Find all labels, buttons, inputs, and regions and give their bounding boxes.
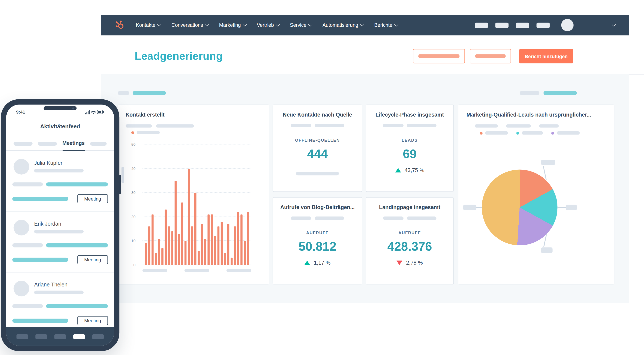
subtitle-placeholder [407,216,436,220]
metric-label: OFFLINE-QUELLEN [273,138,362,142]
bottom-nav-placeholder[interactable] [16,334,28,339]
subtitle-placeholder [407,124,436,127]
dashboard-action-placeholder[interactable] [544,91,577,95]
metric-delta: 43,75 % [366,167,453,173]
metric-value: 428.376 [366,240,453,254]
card-lifecycle: Lifecycle-Phase insgesamt LEADS 69 43,75… [366,104,454,192]
nav-item-marketing[interactable]: Marketing [219,22,246,28]
account-chevron-down-icon[interactable] [612,22,616,26]
bottom-nav-placeholder-active[interactable] [73,334,85,339]
meeting-button[interactable]: Meeting [77,316,108,325]
feed-item[interactable]: Ariane Thelen Meeting [6,272,114,327]
subtitle-placeholder [383,216,404,220]
bar [201,224,203,265]
subtitle-placeholder [314,124,344,127]
bottom-nav-placeholder[interactable] [92,334,104,339]
legend-placeholder [539,124,559,128]
metric-value: 444 [273,147,362,161]
dashboard-filter-placeholder[interactable] [133,91,166,95]
contact-name: Ariane Thelen [34,282,67,288]
metric-label: AUFRUFE [366,230,453,235]
detail-placeholder [12,182,43,186]
y-tick-label: 40 [131,166,136,170]
nav-tool-placeholder-1[interactable] [475,22,488,28]
chevron-down-icon [394,22,398,26]
bar [198,251,200,265]
bar [171,232,174,265]
pie-callout-placeholder [541,248,553,253]
nav-item-service[interactable]: Service [290,22,312,28]
avatar[interactable] [561,19,574,31]
action-row: Meeting [12,255,108,264]
detail-placeholder [34,169,84,172]
bar [194,193,196,265]
detail-placeholder [46,182,108,186]
nav-item-label: Vertrieb [257,22,274,28]
detail-placeholder [12,318,68,323]
subtitle-placeholder-row [366,216,453,220]
pie-callout-placeholder [566,204,577,210]
nav-tool-placeholder-3[interactable] [516,22,529,28]
subtitle-placeholder [314,216,344,220]
metric-delta: 2,78 % [366,260,453,266]
meeting-button[interactable]: Meeting [77,194,108,203]
bar [228,224,230,265]
footer-placeholder [296,172,339,175]
bottom-nav-placeholder[interactable] [54,334,66,339]
dashboard-area: Kontakt erstellt 01020304050 Neue Kon [101,74,629,303]
header-action-placeholder-2[interactable] [470,49,511,64]
bottom-nav-placeholder[interactable] [35,334,47,339]
feed-item[interactable]: Erik Jordan Meeting [6,211,114,272]
nav-item-automatisierung[interactable]: Automatisierung [322,22,364,28]
bar [162,248,164,265]
add-report-button[interactable]: Bericht hinzufügen [519,49,573,64]
nav-tool-placeholder-4[interactable] [536,22,550,28]
legend-placeholder [475,124,498,128]
dashboard-filter-placeholder[interactable] [118,91,129,95]
subtitle-placeholder-row [366,124,453,127]
card-title: Landingpage insgesamt [366,204,453,210]
nav-tool-placeholder-2[interactable] [495,22,508,28]
feed-item[interactable]: Julia Kupfer Meeting [6,150,114,211]
chevron-down-icon [157,22,162,26]
trend-up-icon [395,168,401,172]
subtitle-placeholder-row [273,124,362,127]
tab-placeholder[interactable] [14,142,32,146]
legend-placeholder [126,124,152,128]
detail-placeholder [12,197,68,201]
legend-placeholder [557,131,580,134]
tab-placeholder[interactable] [38,142,57,146]
chevron-down-icon [242,22,247,26]
phone-tabs: Meetings [6,137,114,150]
nav-item-berichte[interactable]: Berichte [374,22,398,28]
tab-meetings[interactable]: Meetings [62,137,85,150]
header-action-placeholder-1[interactable] [413,49,465,64]
trend-up-icon [304,260,310,265]
chevron-down-icon [360,22,364,26]
bar [230,258,233,265]
pie-callout-line [558,207,566,208]
bar [178,234,180,265]
hubspot-logo[interactable] [114,20,125,30]
dashboard-action-placeholder[interactable] [520,91,540,95]
card-blog-aufrufe: Aufrufe von Blog-Beiträgen... AUFRUFE 50… [272,197,362,284]
legend-dot-icon [131,131,134,134]
detail-placeholder [46,304,108,308]
card-title: Aufrufe von Blog-Beiträgen... [273,204,362,210]
nav-item-vertrieb[interactable]: Vertrieb [257,22,279,28]
button-label-placeholder [475,54,506,58]
card-title: Kontakt erstellt [118,112,269,118]
camera-icon [72,107,74,109]
nav-item-conversations[interactable]: Conversations [172,22,208,28]
meeting-button[interactable]: Meeting [77,255,108,264]
bar [208,214,210,265]
subtitle-placeholder [383,124,404,127]
legend-placeholder [156,124,194,128]
nav-item-kontakte[interactable]: Kontakte [136,22,161,28]
tab-placeholder[interactable] [90,142,107,146]
nav-item-label: Service [290,22,306,28]
bar-chart-y-axis: 01020304050 [118,144,140,265]
bar [234,226,236,265]
x-axis-label-placeholder [142,269,167,272]
phone-side-button [118,175,121,194]
